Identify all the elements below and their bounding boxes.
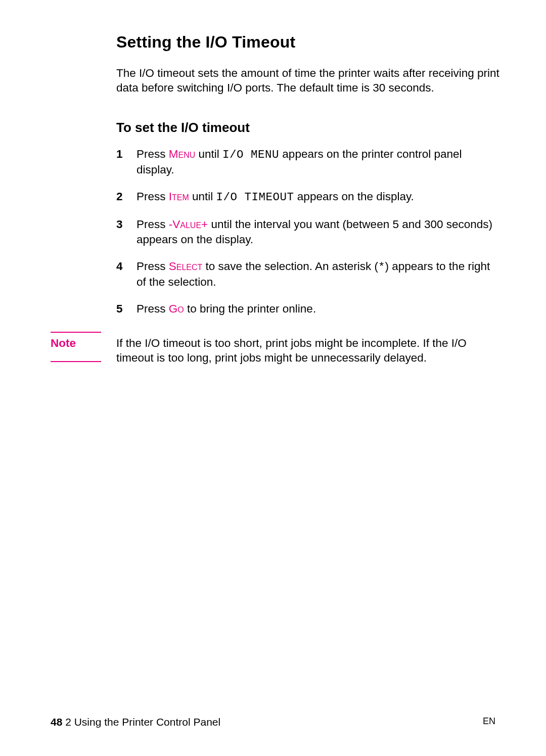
- page-footer: 48 2 Using the Printer Control Panel EN: [51, 716, 495, 728]
- chapter-title: 2 Using the Printer Control Panel: [62, 716, 220, 728]
- step-text: Press: [136, 302, 169, 315]
- note-body: If the I/O timeout is too short, print j…: [116, 332, 495, 366]
- step-text: until: [189, 190, 216, 203]
- page-number: 48: [51, 716, 62, 728]
- step-text: until: [195, 148, 222, 160]
- note-label: Note: [51, 332, 101, 362]
- note-block: Note If the I/O timeout is too short, pr…: [51, 332, 495, 366]
- panel-display-text: I/O MENU: [222, 148, 279, 161]
- step-item: Press Select to save the selection. An a…: [116, 259, 500, 290]
- step-item: Press Item until I/O TIMEOUT appears on …: [116, 189, 500, 205]
- step-text: Press: [136, 260, 169, 273]
- intro-paragraph: The I/O timeout sets the amount of time …: [116, 66, 500, 96]
- accent-key: Select: [169, 260, 203, 273]
- step-text: Press: [136, 148, 169, 160]
- step-list: Press Menu until I/O MENU appears on the…: [116, 147, 500, 317]
- step-text: Press: [136, 190, 169, 203]
- step-text: appears on the display.: [294, 190, 414, 203]
- accent-key: Go: [169, 302, 184, 315]
- step-item: Press -Value+ until the interval you wan…: [116, 217, 500, 247]
- accent-key: Menu: [169, 148, 196, 160]
- panel-display-text: I/O TIMEOUT: [216, 191, 294, 204]
- asterisk-symbol: *: [378, 260, 385, 274]
- accent-key: Item: [169, 190, 189, 203]
- page-title: Setting the I/O Timeout: [116, 33, 500, 52]
- step-text: to save the selection. An asterisk (: [202, 260, 378, 273]
- footer-language: EN: [483, 716, 495, 728]
- step-text: Press: [136, 218, 169, 231]
- accent-key: -Value+: [169, 218, 208, 231]
- step-item: Press Menu until I/O MENU appears on the…: [116, 147, 500, 177]
- section-subheading: To set the I/O timeout: [116, 120, 500, 136]
- step-text: to bring the printer online.: [184, 302, 316, 315]
- step-item: Press Go to bring the printer online.: [116, 301, 500, 316]
- footer-left: 48 2 Using the Printer Control Panel: [51, 716, 220, 728]
